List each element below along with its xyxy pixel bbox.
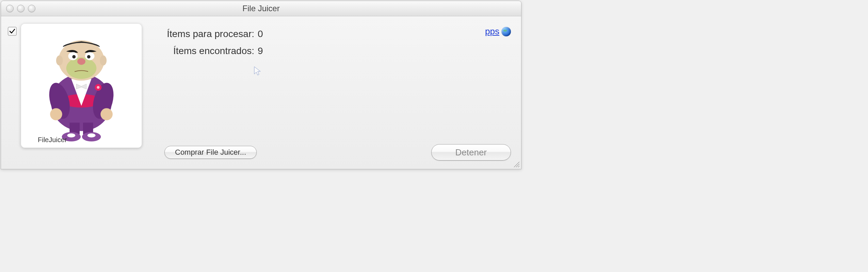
window-title: File Juicer (242, 4, 279, 13)
items-found-label: Ítems encontrados: (157, 46, 258, 56)
svg-point-7 (97, 86, 99, 89)
cursor-icon (254, 66, 261, 78)
preview-caption: FileJuicer (38, 136, 67, 144)
checkbox-wrapper (8, 27, 17, 36)
button-bar: Comprar File Juicer... Detener (1, 144, 521, 160)
format-link-group: pps (485, 26, 511, 37)
items-to-process-line: Ítems para procesar: 0 (157, 29, 514, 39)
minimize-button[interactable] (17, 5, 25, 12)
zoom-button[interactable] (28, 5, 35, 12)
stop-button[interactable]: Detener (431, 144, 511, 160)
close-button[interactable] (6, 5, 14, 12)
app-window: File Juicer (1, 1, 521, 169)
svg-point-20 (77, 58, 85, 65)
status-lines: Ítems para procesar: 0 Ítems encontrados… (157, 29, 514, 56)
items-found-line: Ítems encontrados: 9 (157, 46, 514, 56)
globe-icon[interactable] (501, 27, 511, 36)
svg-point-13 (87, 133, 96, 137)
resize-grip[interactable] (512, 160, 520, 168)
content-area: FileJuicer Ítems para procesar: 0 Ítems … (1, 16, 521, 169)
svg-point-5 (100, 108, 113, 120)
svg-point-18 (72, 55, 76, 58)
preview-checkbox[interactable] (8, 27, 17, 36)
svg-point-19 (87, 55, 91, 58)
left-section: FileJuicer (8, 23, 142, 162)
svg-point-21 (56, 55, 63, 66)
svg-point-12 (67, 133, 75, 137)
checkmark-icon (9, 28, 16, 35)
svg-point-22 (100, 55, 107, 66)
window-controls (6, 5, 35, 12)
preview-image-well[interactable]: FileJuicer (21, 23, 142, 148)
status-section: Ítems para procesar: 0 Ítems encontrados… (142, 23, 514, 162)
items-to-process-value: 0 (258, 29, 263, 39)
items-found-value: 9 (258, 46, 263, 56)
titlebar[interactable]: File Juicer (1, 1, 521, 16)
preview-character-icon (24, 27, 139, 144)
items-to-process-label: Ítems para procesar: (157, 29, 258, 39)
pps-link[interactable]: pps (485, 26, 499, 37)
svg-point-4 (50, 108, 62, 120)
buy-button[interactable]: Comprar File Juicer... (164, 146, 257, 159)
